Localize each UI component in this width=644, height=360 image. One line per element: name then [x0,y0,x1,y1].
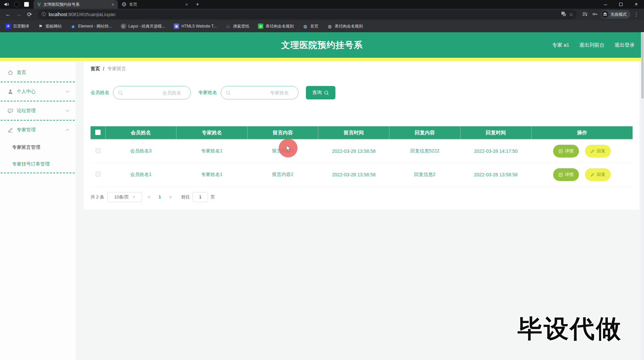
bookmark-item[interactable]: 译 百度翻译 [5,24,29,29]
cell-time: 2022-03-28 13:58:58 [318,139,389,163]
sidebar-item-forum-management[interactable]: 论坛管理 [0,101,75,120]
bookmark-item[interactable]: ▤ 表结构命名规则 [258,24,294,29]
expert-name-input[interactable] [231,90,293,95]
back-button[interactable]: ← [3,10,13,19]
breadcrumb-home[interactable]: 首页 [91,66,100,72]
page-scrollbar[interactable] [641,32,644,360]
bookmark-item[interactable]: ◍ 首页 [303,24,318,29]
member-name-field [113,86,191,99]
tab-close-icon[interactable]: × [185,2,188,7]
home-icon [7,70,13,76]
cursor-arrow-icon [286,145,292,152]
sidebar-divider [1,173,75,173]
reload-button[interactable]: ⟳ [25,10,34,19]
volume-icon[interactable] [4,2,9,7]
detail-button-label: 详情 [565,172,574,178]
sidebar-item-label: 首页 [17,70,26,76]
window-maximize-button[interactable] [613,0,629,9]
incognito-badge[interactable]: 无痕模式 [601,10,631,19]
prev-page-button[interactable]: < [146,194,152,200]
header-accent-bar [0,58,644,61]
table-header-row: 会员姓名 专家姓名 留言内容 留言时间 回复内容 回复时间 操作 [91,126,633,139]
search-icon [118,90,123,95]
col-header-member: 会员姓名 [105,126,176,139]
tab-title: 首页 [129,2,182,7]
tab-title: 文理医院预约挂号系 [43,2,109,7]
chevron-up-icon [65,129,69,131]
watermark-text: 毕设代做 [518,312,622,346]
sidebar-item-expert-order-management[interactable]: 专家挂号订单管理 [0,156,75,173]
bookmark-star-icon[interactable]: ☆ [569,12,573,17]
favicon-table-rules-icon: ▤ [258,24,263,29]
media-playlist-icon[interactable] [581,12,589,17]
page-title: 文理医院预约挂号系 [0,39,644,51]
tab-close-icon[interactable]: × [111,2,114,7]
row-checkbox[interactable] [96,172,101,177]
search-toolbar: 会员姓名 专家姓名 查询 [91,86,633,99]
circle-logo-icon[interactable] [14,2,19,7]
favicon-layui-icon: L [121,24,126,29]
main-content: 首页 / 专家留言 会员姓名 专家姓名 查询 [75,61,644,360]
user-icon [7,89,13,95]
incognito-icon [602,11,608,18]
site-info-icon[interactable]: ⓘ [42,11,46,17]
bookmark-item[interactable]: ◆ Element - 网站快... [70,24,112,29]
browser-tab-strip: V 文理医院预约挂号系 × 首页 × + ─ × [0,0,644,9]
search-icon [324,90,329,95]
window-minimize-button[interactable]: ─ [598,0,613,9]
page-suffix-label: 页 [211,194,215,200]
new-tab-button[interactable]: + [196,1,199,7]
select-all-checkbox[interactable] [95,130,101,135]
next-page-button[interactable]: > [167,194,174,200]
detail-button-label: 详情 [565,148,574,154]
url-input[interactable]: ⓘ localhost:8081/#/zhuanjiaLiuyan 文A ☆ [38,10,577,19]
incognito-label: 无痕模式 [610,12,627,17]
sidebar-item-expert-message-management[interactable]: 专家留言管理 [0,139,75,156]
logout-link[interactable]: 退出登录 [614,42,635,48]
forward-button[interactable]: → [14,10,23,19]
reply-button[interactable]: 回复 [585,145,611,158]
sidebar-item-home[interactable]: 首页 [0,63,75,82]
page-size-select[interactable]: 10条/页 ▼ [107,192,142,202]
key-icon[interactable] [591,12,599,17]
reply-button-label: 回复 [597,148,605,154]
reply-button[interactable]: 回复 [585,168,611,181]
member-name-input[interactable] [123,90,185,95]
document-icon [558,173,563,177]
favicon-globe-icon: ◍ [303,24,308,29]
sidebar-item-personal-center[interactable]: 个人中心 [0,82,75,101]
goto-page-input[interactable] [193,192,208,202]
favicon-element-icon: ◆ [70,24,76,29]
pagination-total: 共 2 条 [91,194,104,200]
bookmark-item[interactable]: L Layui - 经典开源模... [121,24,165,29]
bookmark-item[interactable]: ▣ HTML5 Website T... [174,24,217,29]
row-checkbox[interactable] [96,148,101,153]
translate-icon[interactable]: 文A [561,11,566,17]
chevron-down-icon [65,90,69,93]
cell-time: 2022-03-28 13:58:58 [318,163,389,186]
sidebar-item-expert-management[interactable]: 专家管理 [0,121,75,139]
breadcrumb-current: 专家留言 [107,66,126,72]
browser-address-bar: ← → ⟳ ⓘ localhost:8081/#/zhuanjiaLiuyan … [0,9,644,20]
bookmark-item[interactable]: ⚑ 图标网站 [38,24,62,29]
sidebar-item-label: 论坛管理 [17,108,36,114]
window-close-button[interactable]: × [629,0,644,9]
exit-to-front-link[interactable]: 退出到前台 [579,42,604,48]
tab-home[interactable]: 首页 × [117,0,191,9]
search-icon [226,90,231,95]
query-button[interactable]: 查询 [306,86,335,99]
bookmark-item[interactable]: 山 搜索壁纸 [225,24,249,29]
favicon-flag-icon: ⚑ [38,24,43,29]
cell-reply-time: 2022-03-28 14:17:50 [460,139,531,163]
col-header-expert: 专家姓名 [176,126,248,139]
tab-current[interactable]: V 文理医院预约挂号系 × [34,0,117,9]
edit-icon [7,127,13,133]
detail-button[interactable]: 详情 [553,145,579,158]
cell-reply: 回复信息5222 [389,139,461,163]
bookmark-item[interactable]: ◍ 表结构命名规则 [327,24,363,29]
scrollbar-thumb[interactable] [641,33,644,98]
menu-dots-icon[interactable]: ⋮ [632,11,641,17]
detail-button[interactable]: 详情 [553,168,579,181]
col-header-content: 留言内容 [247,126,318,139]
square-logo-icon[interactable] [24,2,29,7]
